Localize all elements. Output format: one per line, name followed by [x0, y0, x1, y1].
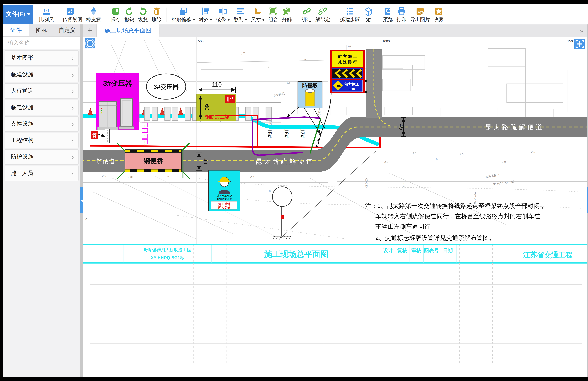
sidebar-item-temp-power[interactable]: 临电设施› — [5, 100, 79, 115]
svg-text:施工重地: 施工重地 — [218, 202, 231, 206]
sidebar-item-protection-facilities[interactable]: 防护设施› — [5, 149, 79, 165]
svg-text:0+080: 0+080 — [318, 107, 321, 115]
plan-notes: 注：1、昆太路第一次交通转换将线路起点至桥梁终点段全部封闭， 车辆转入右侧疏解便… — [365, 202, 546, 241]
tab-site-plan[interactable]: 施工现场总平面图 — [97, 24, 159, 37]
svg-text:3#变压器: 3#变压器 — [153, 83, 179, 90]
eraser-button[interactable]: 橡皮擦 — [84, 6, 103, 23]
svg-text:车辆由左侧车道同行。: 车辆由左侧车道同行。 — [375, 223, 437, 230]
upload-background-button[interactable]: 上传背景图 — [56, 6, 84, 23]
chevron-down-icon — [227, 19, 230, 21]
collapse-sidebar-handle[interactable]: ◀ — [80, 187, 83, 213]
size-button[interactable]: 尺寸 — [249, 6, 267, 23]
print-button[interactable]: 打印 — [395, 6, 408, 23]
svg-text:1000: 1000 — [382, 39, 390, 43]
pipe-callout[interactable]: 管 — [91, 129, 110, 143]
toolbar-separator — [105, 7, 106, 21]
paste-offset-icon — [179, 7, 188, 16]
svg-text:110: 110 — [212, 81, 222, 88]
transformer-ellipse[interactable]: 3#变压器 — [146, 74, 186, 99]
svg-text:1.8: 1.8 — [241, 51, 245, 55]
sidebar-item-temp-facilities[interactable]: 临建设施› — [5, 67, 79, 82]
tab-overflow-button[interactable]: » — [580, 24, 583, 37]
svg-text:解便道: 解便道 — [96, 158, 115, 165]
preview-icon — [383, 7, 393, 16]
canvas-rulers: 500 1000 1500 500 — [84, 37, 575, 244]
svg-text:K0+220: K0+220 — [402, 178, 406, 188]
app-window: 文件(F) 1:1比例尺 上传背景图 橡皮擦 保存 撤销 恢复 删除 粘贴偏移 … — [3, 4, 588, 377]
preview-button[interactable]: 预览 — [381, 6, 395, 23]
chevron-right-icon: › — [71, 120, 74, 127]
tab-divider — [159, 27, 159, 34]
svg-text:500: 500 — [84, 215, 88, 220]
canvas-content[interactable]: 1.8321.72221.61.5桥梁终点K0+920BK0+0400+0800… — [83, 37, 587, 377]
rebar-yard[interactable]: 60 钢筋加工场 — [197, 94, 236, 121]
build-steps-button[interactable]: 拆建步骤 — [338, 6, 362, 23]
scale-button[interactable]: 1:1比例尺 — [37, 6, 56, 23]
mirror-icon — [218, 7, 228, 16]
mirror-button[interactable]: 镜像 — [214, 6, 232, 23]
add-tab-button[interactable]: + — [83, 24, 97, 37]
tab-custom[interactable]: 自定义 — [54, 24, 80, 36]
svg-text:2.9: 2.9 — [502, 160, 506, 163]
svg-text:1500: 1500 — [567, 39, 575, 43]
svg-text:1.5: 1.5 — [287, 81, 290, 84]
sidebar-item-basic-shapes[interactable]: 基本图形› — [5, 50, 79, 66]
steel-bridge[interactable]: 钢便桥 — [117, 143, 189, 179]
export-image-button[interactable]: 导出图片 — [408, 6, 432, 23]
app-stage: 文件(F) 1:1比例尺 上传背景图 橡皮擦 保存 撤销 恢复 删除 粘贴偏移 … — [0, 0, 588, 381]
image-icon — [65, 7, 75, 16]
3d-button[interactable]: 3D — [362, 6, 375, 22]
svg-text:K1+050~K1+080: K1+050~K1+080 — [493, 180, 515, 186]
svg-text:日期: 日期 — [443, 248, 453, 253]
bind-button[interactable]: 绑定 — [300, 6, 314, 23]
search-input[interactable] — [7, 40, 81, 46]
svg-text:钢便桥: 钢便桥 — [143, 157, 163, 165]
main-toolbar: 文件(F) 1:1比例尺 上传背景图 橡皮擦 保存 撤销 恢复 删除 粘贴偏移 … — [3, 4, 588, 25]
svg-text:1.7: 1.7 — [347, 44, 352, 48]
tab-components[interactable]: 组件 — [3, 24, 29, 36]
svg-text:江苏省交通工程: 江苏省交通工程 — [523, 251, 572, 259]
scatter-button[interactable]: 散列 — [232, 6, 249, 23]
svg-text:2.7: 2.7 — [250, 175, 254, 178]
file-menu-button[interactable]: 文件(F) — [3, 5, 33, 24]
svg-text:减 速 慢 行: 减 速 慢 行 — [338, 60, 357, 64]
sidebar-item-engineering-structure[interactable]: 工程结构› — [5, 133, 79, 148]
worker-safety-sign[interactable]: 进入施工现场 必须戴安全帽 施工重地 闲人免进 — [208, 170, 240, 211]
svg-text:进入施工现场: 进入施工现场 — [217, 194, 232, 197]
svg-text:钢筋加工场: 钢筋加工场 — [205, 114, 230, 120]
reticle-button[interactable] — [85, 38, 95, 48]
group-button[interactable]: 组合 — [267, 6, 280, 23]
svg-text:复核: 复核 — [397, 248, 407, 253]
svg-text:必须戴安全帽: 必须戴安全帽 — [217, 198, 232, 200]
sidebar-item-support-facilities[interactable]: 支撑设施› — [5, 116, 79, 132]
collapse-panel-handle[interactable]: ▶ — [587, 187, 588, 213]
undo-button[interactable]: 撤销 — [123, 6, 136, 23]
favorite-button[interactable]: 收藏 — [432, 6, 445, 23]
align-button[interactable]: 对齐 — [197, 6, 214, 23]
svg-text:图表号: 图表号 — [424, 248, 439, 253]
road-branch — [365, 49, 391, 126]
svg-text:2.5: 2.5 — [413, 152, 417, 155]
transformer-area[interactable]: 3#变压器 — [96, 73, 139, 130]
svg-text:2.7: 2.7 — [166, 174, 169, 177]
svg-text:审核: 审核 — [411, 248, 421, 253]
chevron-down-icon — [262, 19, 265, 21]
sidebar-item-pedestrian-passage[interactable]: 人行通道› — [5, 83, 79, 99]
ungroup-button[interactable]: 分解 — [280, 6, 294, 23]
star-icon — [434, 7, 443, 16]
ungroup-icon — [282, 7, 292, 16]
redo-button[interactable]: 恢复 — [136, 6, 150, 23]
delete-button[interactable]: 删除 — [150, 6, 164, 23]
chevron-right-icon: › — [71, 87, 74, 95]
sidebar-item-construction-workers[interactable]: 施工人员› — [5, 166, 79, 181]
toolbar-separator — [378, 7, 378, 21]
magenta-fence[interactable] — [142, 121, 148, 146]
paste-offset-button[interactable]: 粘贴偏移 — [169, 6, 197, 23]
svg-text:前方施工: 前方施工 — [344, 82, 359, 86]
unbind-button[interactable]: 解绑定 — [314, 6, 332, 23]
fit-view-button[interactable] — [574, 39, 585, 49]
site-plan-drawing: 1.8321.72221.61.5桥梁终点K0+920BK0+0400+0800… — [83, 37, 587, 377]
title-block: 盱眙县淮河大桥改造工程 XY-HHDQ-SG1标 施工现场总平面图 设计 复核 … — [83, 245, 587, 363]
save-button[interactable]: 保存 — [109, 6, 123, 23]
tab-icons[interactable]: 图标 — [29, 24, 54, 36]
